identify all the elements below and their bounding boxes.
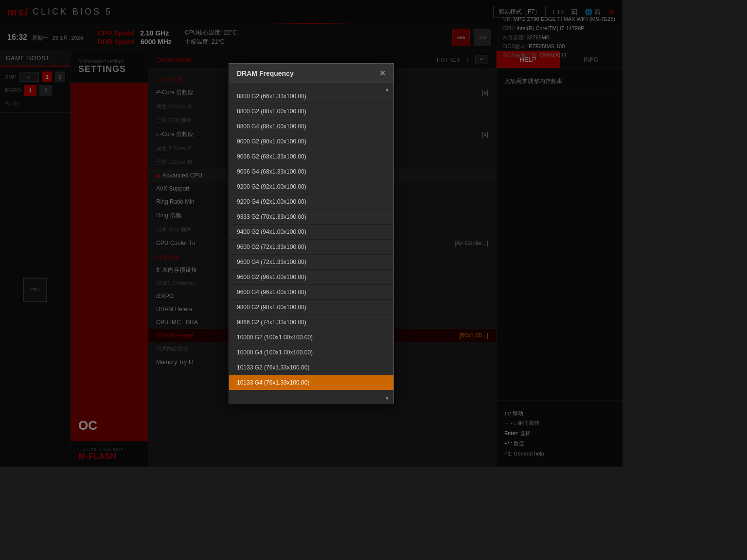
list-item[interactable]: 8800 G4 (88x1.00x100.00) (229, 119, 393, 134)
list-item[interactable]: 9600 G2 (96x1.00x100.00) (229, 270, 393, 285)
list-item[interactable]: 10133 G4 (76x1.33x100.00) (229, 375, 393, 390)
list-item[interactable]: 9066 G4 (68x1.33x100.00) (229, 164, 393, 179)
list-item[interactable]: 10000 G2 (100x1.00x100.00) (229, 330, 393, 345)
list-item[interactable]: 9600 G4 (72x1.33x100.00) (229, 255, 393, 270)
list-item[interactable]: 9600 G4 (96x1.00x100.00) (229, 285, 393, 300)
list-item[interactable]: 9333 G2 (70x1.33x100.00) (229, 210, 393, 225)
list-item[interactable]: 10133 G2 (76x1.33x100.00) (229, 360, 393, 375)
list-item[interactable]: 8800 G2 (66x1.33x100.00) (229, 94, 393, 104)
list-item[interactable]: 9000 G2 (90x1.00x100.00) (229, 134, 393, 149)
modal-list[interactable]: 8000 G4 (80x1.00x100.00)8200 G2 (82x1.00… (229, 94, 393, 392)
list-item[interactable]: 9066 G2 (68x1.33x100.00) (229, 149, 393, 164)
list-item[interactable]: 9600 G2 (72x1.33x100.00) (229, 240, 393, 255)
list-item[interactable]: 9866 G2 (74x1.33x100.00) (229, 315, 393, 330)
modal-header: DRAM Frequency ✕ (229, 64, 393, 83)
list-item[interactable]: 8800 G2 (88x1.00x100.00) (229, 104, 393, 119)
list-item[interactable]: 10000 G4 (100x1.00x100.00) (229, 345, 393, 360)
modal-close-button[interactable]: ✕ (379, 69, 386, 78)
list-item[interactable]: 9400 G2 (94x1.00x100.00) (229, 225, 393, 240)
list-item[interactable]: 9800 G2 (98x1.00x100.00) (229, 300, 393, 315)
scroll-top-indicator: ▲ (229, 83, 393, 94)
modal-title: DRAM Frequency (237, 70, 294, 77)
scroll-bottom-indicator: ▼ (229, 392, 393, 403)
modal-overlay[interactable]: DRAM Frequency ✕ ▲ 8000 G4 (80x1.00x100.… (0, 0, 622, 467)
list-item[interactable]: 9200 G4 (92x1.00x100.00) (229, 194, 393, 210)
list-item[interactable]: 9200 G2 (92x1.00x100.00) (229, 179, 393, 194)
dram-frequency-modal: DRAM Frequency ✕ ▲ 8000 G4 (80x1.00x100.… (229, 63, 394, 403)
